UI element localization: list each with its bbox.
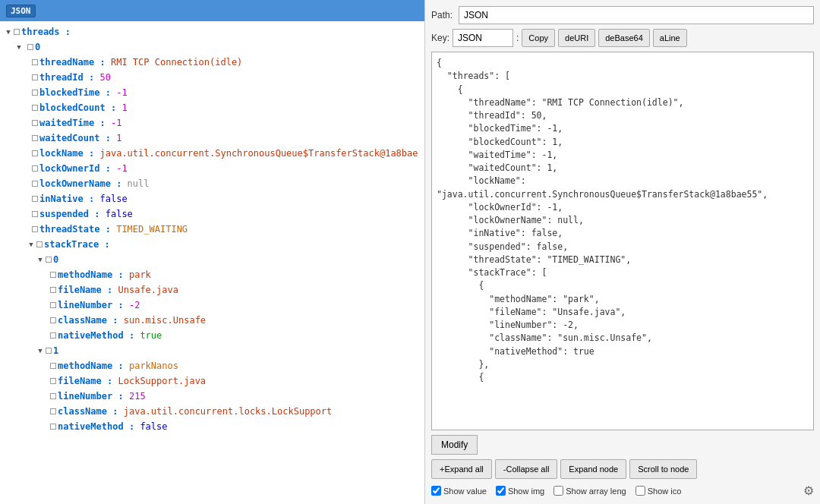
show-img-checkbox-item: Show img <box>496 486 544 496</box>
tree-row[interactable]: lockOwnerName : null <box>0 176 424 191</box>
expand-icon[interactable]: ▼ <box>35 345 46 356</box>
expand-node-button[interactable]: Expand node <box>560 459 626 479</box>
value: park <box>129 268 151 282</box>
modify-button[interactable]: Modify <box>431 435 478 455</box>
tree-row[interactable]: nativeMethod : true <box>0 328 424 343</box>
show-img-checkbox[interactable] <box>496 486 506 496</box>
node-dot <box>50 408 56 414</box>
key-label: nativeMethod : <box>58 420 134 433</box>
node-dot <box>32 120 38 126</box>
expand-icon[interactable]: ▼ <box>3 27 14 37</box>
value: false <box>99 192 127 206</box>
node-dot <box>32 226 38 232</box>
tree-row[interactable]: methodName : park <box>0 267 424 282</box>
node-dot <box>32 211 38 217</box>
key-label: className : <box>58 313 118 327</box>
tree-row[interactable]: lineNumber : -2 <box>0 298 424 313</box>
colon-separator: : <box>516 33 519 43</box>
node-dot <box>14 29 20 35</box>
tree-row[interactable]: suspended : false <box>0 206 424 222</box>
node-dot <box>32 59 38 65</box>
tree-row[interactable]: waitedCount : 1 <box>0 131 424 146</box>
show-img-label: Show img <box>508 487 544 496</box>
key-label-right: Key: <box>431 33 449 43</box>
tree-row[interactable]: lockOwnerId : -1 <box>0 161 424 176</box>
key-label: lineNumber : <box>58 298 124 312</box>
deuri-button[interactable]: deURI <box>558 29 595 47</box>
debase64-button[interactable]: deBase64 <box>598 29 650 47</box>
tree-row[interactable]: className : sun.misc.Unsafe <box>0 313 424 328</box>
tree-row[interactable]: fileName : LockSupport.java <box>0 373 424 389</box>
value: -2 <box>129 298 140 312</box>
node-dot <box>50 332 56 339</box>
expand-icon[interactable]: ▼ <box>35 254 46 265</box>
key-label: threads : <box>21 25 71 39</box>
tree-row[interactable]: threadState : TIMED_WAITING <box>0 222 424 237</box>
key-label: lockOwnerName : <box>39 177 121 191</box>
value: TIMED_WAITING <box>116 222 188 236</box>
expand-all-button[interactable]: +Expand all <box>431 459 492 479</box>
tree-row[interactable]: waitedTime : -1 <box>0 115 424 131</box>
node-dot <box>46 348 52 354</box>
tree-row[interactable]: lockName : java.util.concurrent.Synchron… <box>0 146 424 161</box>
tree-row[interactable]: className : java.util.concurrent.locks.L… <box>0 404 424 419</box>
value: 1 <box>121 101 127 115</box>
value: -1 <box>116 162 127 175</box>
node-dot <box>32 135 38 141</box>
path-input[interactable] <box>459 6 814 24</box>
right-panel: Path: Key: : Copy deURI deBase64 aLine {… <box>425 0 820 504</box>
scroll-to-node-button[interactable]: Scroll to node <box>629 459 697 479</box>
key-label: 0 <box>35 40 40 54</box>
key-input[interactable] <box>453 29 513 47</box>
tree-row[interactable]: ▼ stackTrace : <box>0 237 424 252</box>
value: parkNanos <box>129 359 178 373</box>
tree-container: ▼ threads : ▼ 0 threadName : RMI TCP Con… <box>0 21 424 437</box>
node-dot <box>32 165 38 172</box>
checkbox-row: Show value Show img Show array leng Show… <box>431 484 814 498</box>
tree-row[interactable]: threadName : RMI TCP Connection(idle) <box>0 55 424 70</box>
tree-row[interactable]: threadId : 50 <box>0 70 424 85</box>
tree-row[interactable]: ▼ threads : <box>0 24 424 39</box>
tree-row[interactable]: ▼ 0 <box>0 39 424 55</box>
value: RMI TCP Connection(idle) <box>111 55 242 69</box>
left-tree-panel: JSON ▼ threads : ▼ 0 threadName : RMI TC… <box>0 0 425 504</box>
key-label: 0 <box>53 253 58 266</box>
tree-row[interactable]: lineNumber : 215 <box>0 389 424 404</box>
key-label: inNative : <box>39 192 94 206</box>
tree-row[interactable]: ▼ 0 <box>0 252 424 267</box>
tree-row[interactable]: ▼ 1 <box>0 343 424 358</box>
value: java.util.concurrent.locks.LockSupport <box>124 405 333 418</box>
path-row: Path: <box>431 6 814 24</box>
tree-row[interactable]: inNative : false <box>0 191 424 206</box>
expand-icon[interactable]: ▼ <box>26 239 36 250</box>
value: 50 <box>99 71 110 84</box>
aline-button[interactable]: aLine <box>653 29 687 47</box>
tree-row[interactable]: methodName : parkNanos <box>0 358 424 373</box>
value: false <box>106 207 133 221</box>
modify-row: Modify <box>431 435 814 455</box>
collapse-all-button[interactable]: -Collapse all <box>495 459 558 479</box>
key-label: stackTrace : <box>44 238 110 251</box>
json-editor[interactable]: { "threads": [ { "threadName": "RMI TCP … <box>431 52 814 430</box>
node-dot <box>32 150 38 156</box>
key-label: nativeMethod : <box>58 329 134 342</box>
key-label: lineNumber : <box>58 389 124 403</box>
tree-row[interactable]: fileName : Unsafe.java <box>0 282 424 298</box>
show-array-leng-checkbox[interactable] <box>554 486 563 496</box>
show-ico-checkbox-item: Show ico <box>636 486 682 496</box>
tree-row[interactable]: blockedTime : -1 <box>0 85 424 100</box>
copy-button[interactable]: Copy <box>522 29 555 47</box>
key-label: methodName : <box>58 359 124 373</box>
show-ico-checkbox[interactable] <box>636 486 645 496</box>
key-label: waitedTime : <box>39 116 106 130</box>
show-value-checkbox[interactable] <box>431 486 441 496</box>
settings-icon[interactable]: ⚙ <box>803 484 814 498</box>
tree-row[interactable]: nativeMethod : false <box>0 419 424 434</box>
path-label: Path: <box>431 10 453 20</box>
key-label: threadState : <box>39 222 111 236</box>
value: null <box>128 177 150 191</box>
expand-icon[interactable]: ▼ <box>14 42 24 52</box>
tree-row[interactable]: blockedCount : 1 <box>0 100 424 115</box>
json-badge: JSON <box>6 5 36 17</box>
value: 215 <box>129 389 146 403</box>
